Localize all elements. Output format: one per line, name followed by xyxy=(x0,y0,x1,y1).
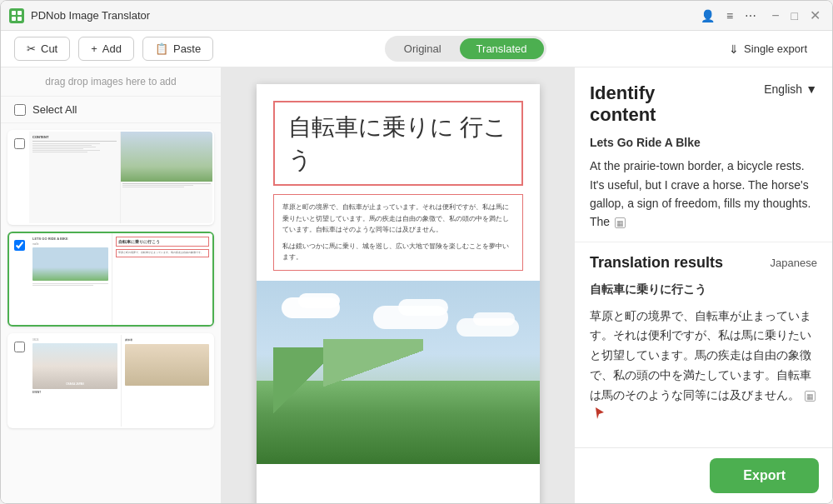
translation-title: Translation results xyxy=(590,254,723,272)
page-image xyxy=(257,281,540,464)
select-all-label: Select All xyxy=(32,103,77,116)
page-canvas: 自転車に乗りに 行こう 草原と町の境界で、自転車が止まっています。それは便利です… xyxy=(257,84,540,503)
toolbar-right: ⇓ Single export xyxy=(717,37,819,61)
app-window: PDNob Image Translator 👤 ≡ ⋯ − □ ✕ ✂ Cut… xyxy=(0,0,833,504)
tab-toggle-group: Original Translated xyxy=(385,36,546,62)
more-icon[interactable]: ⋯ xyxy=(745,9,756,22)
minimize-button[interactable]: − xyxy=(768,8,782,23)
identify-title: Identify content xyxy=(590,82,656,127)
identify-section: Identify content English ▼ Lets Go Ride … xyxy=(575,67,832,242)
translation-jp-body-container: 草原と町の境界で、自転車が止まっています。それは便利ですが、私は馬に乗りたいと切… xyxy=(590,307,817,426)
copy-icon-translation[interactable]: ▦ xyxy=(805,391,816,402)
item-thumb-2: LETS GO RIDE A BIKE ma/le 自転車に乗りに行こう xyxy=(29,233,212,325)
list-item-inner: LETS GO RIDE A BIKE ma/le 自転車に乗りに行こう xyxy=(9,233,212,325)
cloud-2 xyxy=(298,293,340,308)
item-check-1 xyxy=(9,132,29,223)
cloud-6 xyxy=(473,312,515,326)
right-panel: Identify content English ▼ Lets Go Ride … xyxy=(574,67,832,503)
drag-drop-hint: drag drop images here to add xyxy=(1,67,221,97)
item-check-3 xyxy=(9,335,29,427)
close-button[interactable]: ✕ xyxy=(806,7,824,23)
view-toggle: Original Translated xyxy=(222,36,709,62)
translation-language: Japanese xyxy=(771,257,817,269)
titlebar-controls: 👤 ≡ ⋯ − □ ✕ xyxy=(701,7,824,23)
translation-header: Translation results Japanese xyxy=(590,254,817,272)
cut-button[interactable]: ✂ Cut xyxy=(14,37,70,61)
paste-button[interactable]: 📋 Paste xyxy=(142,37,213,61)
app-title: PDNob Image Translator xyxy=(31,9,150,22)
export-button[interactable]: Export xyxy=(710,458,819,493)
toolbar: ✂ Cut + Add 📋 Paste Original Translated … xyxy=(1,31,832,67)
title-region: 自転車に乗りに 行こう xyxy=(273,101,523,186)
paste-icon: 📋 xyxy=(155,42,168,55)
body-text-box: 草原と町の境界で、自転車が止まっています。それは便利ですが、私は馬に乗りたいと切… xyxy=(273,194,523,271)
window-buttons: − □ ✕ xyxy=(768,7,824,23)
list-item[interactable]: CONTENT xyxy=(7,130,214,225)
maximize-button[interactable]: □ xyxy=(788,9,801,22)
translated-tab[interactable]: Translated xyxy=(460,38,544,59)
translation-jp-body: 草原と町の境界で、自転車が止まっています。それは便利ですが、私は馬に乗りたいと切… xyxy=(590,309,811,402)
cut-label: Cut xyxy=(41,42,57,55)
identify-subtitle: Lets Go Ride A Blke xyxy=(590,133,817,152)
titlebar-left: PDNob Image Translator xyxy=(9,8,150,23)
item-checkbox-1[interactable] xyxy=(14,138,25,149)
svg-rect-3 xyxy=(17,17,22,21)
list-item-inner: CONTENT xyxy=(9,132,212,223)
single-export-button[interactable]: ⇓ Single export xyxy=(717,37,819,61)
copy-icon-identify[interactable]: ▦ xyxy=(615,217,626,228)
add-label: Add xyxy=(102,42,122,55)
body-text-2: 私は鏡いつかに馬に乗り、城を巡し、広い大地で冒険を楽しむことを夢中います。 xyxy=(282,241,514,263)
canvas-area: 自転車に乗りに 行こう 草原と町の境界で、自転車が止まっています。それは便利です… xyxy=(222,67,574,503)
titlebar: PDNob Image Translator 👤 ≡ ⋯ − □ ✕ xyxy=(1,1,832,31)
list-item[interactable]: 08/24 OSAKA JAPAN EVENT 参加者 xyxy=(7,333,214,428)
translation-section: Translation results Japanese 自転車に乗りに行こう … xyxy=(575,242,832,447)
sidebar: drag drop images here to add Select All xyxy=(1,67,222,503)
select-all-row: Select All xyxy=(1,97,221,123)
single-export-label: Single export xyxy=(744,42,807,55)
translation-text: 自転車に乗りに行こう 草原と町の境界で、自転車が止まっています。それは便利ですが… xyxy=(590,280,817,426)
page-title-text: 自転車に乗りに 行こう xyxy=(288,111,508,176)
identify-header: Identify content English ▼ xyxy=(590,82,817,127)
add-button[interactable]: + Add xyxy=(78,37,134,61)
translation-jp-title: 自転車に乗りに行こう xyxy=(590,280,817,300)
menu-icon[interactable]: ≡ xyxy=(726,9,733,22)
image-list: CONTENT xyxy=(1,123,221,503)
identify-text: Lets Go Ride A Blke At the prairie-town … xyxy=(590,133,817,232)
item-checkbox-3[interactable] xyxy=(14,342,25,352)
list-item[interactable]: LETS GO RIDE A BIKE ma/le 自転車に乗りに行こう xyxy=(7,232,214,327)
cloud-4 xyxy=(398,299,448,316)
chevron-down-icon: ▼ xyxy=(806,82,817,96)
language-selector[interactable]: English ▼ xyxy=(764,82,817,96)
svg-rect-1 xyxy=(17,11,22,15)
identify-body: At the prairie-town border, a bicycle re… xyxy=(590,157,817,232)
original-tab[interactable]: Original xyxy=(387,38,458,59)
language-label: English xyxy=(764,82,802,96)
download-icon: ⇓ xyxy=(729,42,739,56)
add-icon: + xyxy=(91,42,97,55)
app-logo xyxy=(9,8,24,23)
item-thumb-3: 08/24 OSAKA JAPAN EVENT 参加者 xyxy=(29,335,212,427)
cursor-arrow-indicator xyxy=(593,406,606,426)
mountain-mid xyxy=(323,339,423,422)
item-thumb-1: CONTENT xyxy=(29,132,212,223)
svg-rect-2 xyxy=(12,17,16,21)
body-text-1: 草原と町の境界で、自転車が止まっています。それは便利ですが、私は馬に乗りたいと切… xyxy=(282,202,514,236)
title-box: 自転車に乗りに 行こう xyxy=(273,101,523,186)
svg-marker-4 xyxy=(596,407,604,419)
main-content: drag drop images here to add Select All xyxy=(1,67,832,503)
svg-rect-0 xyxy=(12,11,16,15)
export-footer: Export xyxy=(575,447,832,503)
user-icon[interactable]: 👤 xyxy=(701,9,715,22)
item-checkbox-2[interactable] xyxy=(14,240,25,251)
item-check-2 xyxy=(9,233,29,325)
cut-icon: ✂ xyxy=(27,42,36,55)
select-all-checkbox[interactable] xyxy=(14,104,26,116)
paste-label: Paste xyxy=(173,42,201,55)
list-item-inner: 08/24 OSAKA JAPAN EVENT 参加者 xyxy=(9,335,212,427)
